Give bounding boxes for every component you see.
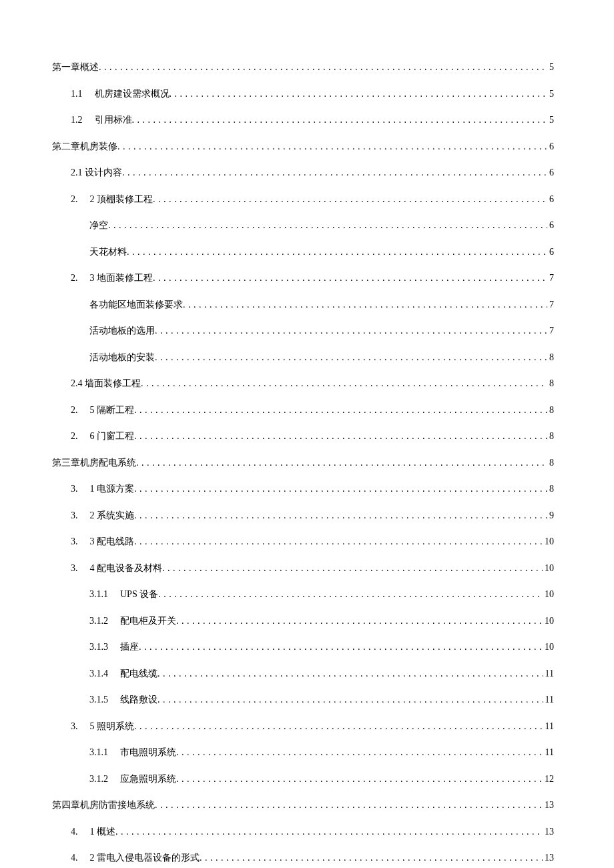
toc-entry-number: 3.1.1 [89,747,108,758]
toc-entry-number: 3. [71,536,78,547]
toc-entry[interactable]: 1.1机房建设需求概况5 [52,88,554,100]
dot-leader [134,510,547,521]
dot-leader [134,431,547,442]
toc-entry[interactable]: 各功能区地面装修要求7 [52,299,554,311]
toc-entry-page: 8 [547,405,554,416]
dot-leader [153,273,547,284]
toc-entry-title: 2 顶棚装修工程 [90,193,154,205]
dot-leader [117,141,547,152]
toc-entry-title: 1 概述 [90,826,116,838]
toc-entry-page: 7 [547,326,554,336]
dot-leader [158,669,543,679]
toc-entry-page: 11 [543,747,554,758]
toc-entry[interactable]: 净空6 [52,220,554,232]
toc-entry[interactable]: 3.1.3插座10 [52,641,554,653]
toc-entry[interactable]: 1.2引用标准5 [52,114,554,126]
toc-entry[interactable]: 3.1.2应急照明系统12 [52,773,554,785]
dot-leader [134,405,547,416]
toc-entry-page: 12 [543,774,554,785]
toc-entry[interactable]: 3.1 电源方案8 [52,483,554,495]
toc-entry[interactable]: 4.2 雷电入侵电器设备的形式13 [52,852,554,864]
toc-entry[interactable]: 4.1 概述13 [52,826,554,838]
toc-entry[interactable]: 天花材料6 [52,246,554,258]
dot-leader [183,300,547,310]
toc-entry[interactable]: 3.1.2配电柜及开关10 [52,615,554,627]
toc-entry-number: 3.1.3 [89,642,108,653]
toc-entry[interactable]: 第一章概述5 [52,61,554,73]
toc-entry-number: 3.1.5 [89,695,108,705]
toc-entry-page: 6 [547,141,554,152]
toc-entry-page: 8 [547,352,554,363]
toc-entry[interactable]: 2.3 地面装修工程7 [52,272,554,284]
toc-entry-page: 10 [543,536,554,547]
toc-entry-number: 2. [71,194,78,205]
toc-entry-number: 3.1.4 [89,669,108,679]
toc-entry[interactable]: 2.4 墙面装修工程8 [52,378,554,390]
toc-entry-title: UPS 设备 [120,588,158,600]
toc-entry-number: 3.1.2 [89,774,108,785]
toc-entry[interactable]: 3.3 配电线路10 [52,536,554,548]
toc-entry-title: 活动地板的选用 [89,325,155,337]
dot-leader [200,853,543,863]
toc-entry-number: 3.1.1 [89,589,108,600]
toc-entry-page: 10 [543,616,554,626]
toc-entry-page: 6 [547,220,554,231]
dot-leader [176,747,543,758]
toc-entry[interactable]: 活动地板的选用7 [52,325,554,337]
toc-entry[interactable]: 3.1.1市电照明系统11 [52,747,554,759]
toc-entry-number: 3. [71,510,78,521]
toc-entry-page: 11 [543,669,554,679]
toc-entry-page: 11 [543,695,554,705]
dot-leader [122,167,547,178]
toc-entry[interactable]: 3.2 系统实施9 [52,510,554,522]
toc-entry-page: 8 [547,378,554,389]
toc-entry[interactable]: 3.1.1UPS 设备10 [52,588,554,600]
dot-leader [139,642,543,653]
toc-entry-title: 线路敷设 [120,694,158,706]
toc-entry-page: 6 [547,194,554,205]
toc-entry-page: 9 [547,510,554,521]
toc-entry-number: 4. [71,853,78,863]
toc-entry-title: 插座 [120,641,139,653]
dot-leader [132,115,548,125]
toc-entry[interactable]: 第二章机房装修6 [52,141,554,153]
toc-entry-number: 4. [71,827,78,837]
dot-leader [155,326,547,336]
toc-entry-title: 第四章机房防雷接地系统 [52,799,155,811]
toc-entry-title: 2 雷电入侵电器设备的形式 [90,852,200,864]
toc-entry-title: 活动地板的安装 [89,352,155,364]
toc-entry-title: 6 门窗工程 [90,430,135,442]
toc-entry-page: 13 [543,853,554,863]
toc-entry-page: 8 [547,431,554,442]
toc-entry[interactable]: 2.6 门窗工程8 [52,430,554,442]
toc-entry-number: 3.1.2 [89,616,108,626]
toc-entry[interactable]: 3.5 照明系统11 [52,721,554,733]
toc-entry[interactable]: 第四章机房防雷接地系统13 [52,799,554,811]
dot-leader [108,220,547,231]
toc-entry-number: 2. [71,405,78,416]
toc-entry-page: 8 [547,484,554,494]
dot-leader [99,62,547,73]
toc-entry[interactable]: 2.2 顶棚装修工程6 [52,193,554,205]
dot-leader [153,194,547,205]
toc-entry-page: 6 [547,167,554,178]
toc-entry[interactable]: 2.5 隔断工程8 [52,404,554,416]
toc-entry[interactable]: 第三章机房配电系统8 [52,457,554,469]
toc-entry[interactable]: 3.4 配电设备及材料10 [52,562,554,574]
toc-entry-title: 5 隔断工程 [90,404,135,416]
toc-entry-title: 5 照明系统 [90,721,135,733]
toc-entry-title: 引用标准 [95,114,132,126]
toc-entry-title: 净空 [89,220,108,232]
toc-entry-number: 3. [71,721,78,732]
toc-entry[interactable]: 活动地板的安装8 [52,352,554,364]
toc-entry[interactable]: 2.1 设计内容6 [52,167,554,179]
toc-entry-title: 市电照明系统 [120,747,176,759]
toc-entry-title: 4 配电设备及材料 [90,562,163,574]
toc-entry-page: 10 [543,563,554,574]
toc-entry-title: 配电线缆 [120,668,158,680]
dot-leader [134,721,543,732]
dot-leader [155,352,547,363]
toc-entry[interactable]: 3.1.4配电线缆11 [52,668,554,680]
toc-entry-title: 第一章概述 [52,61,99,73]
toc-entry[interactable]: 3.1.5线路敷设11 [52,694,554,706]
